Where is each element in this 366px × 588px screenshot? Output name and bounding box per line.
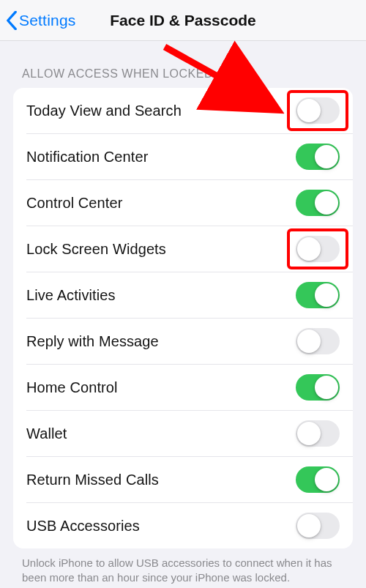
row-reply-with-message: Reply with Message bbox=[26, 318, 353, 364]
row-home-control: Home Control bbox=[26, 364, 353, 410]
row-live-activities: Live Activities bbox=[26, 272, 353, 318]
toggle-lock-screen-widgets[interactable] bbox=[296, 236, 340, 262]
row-label: USB Accessories bbox=[26, 518, 140, 535]
row-usb-accessories: USB Accessories bbox=[26, 502, 353, 548]
row-wallet: Wallet bbox=[26, 410, 353, 456]
toggle-home-control[interactable] bbox=[296, 374, 340, 401]
back-label: Settings bbox=[19, 12, 75, 29]
row-control-center: Control Center bbox=[26, 179, 353, 226]
toggle-reply-with-message[interactable] bbox=[296, 328, 340, 354]
chevron-left-icon bbox=[6, 11, 18, 30]
toggle-live-activities[interactable] bbox=[296, 282, 340, 308]
toggle-usb-accessories[interactable] bbox=[296, 513, 340, 539]
toggle-knob bbox=[315, 376, 338, 399]
row-notification-center: Notification Center bbox=[26, 133, 353, 179]
row-label: Live Activities bbox=[26, 287, 116, 304]
row-label: Control Center bbox=[26, 195, 122, 212]
row-label: Notification Center bbox=[26, 149, 148, 165]
toggle-return-missed-calls[interactable] bbox=[296, 466, 340, 493]
toggle-control-center[interactable] bbox=[296, 190, 340, 216]
toggle-knob bbox=[297, 237, 321, 261]
row-label: Wallet bbox=[26, 425, 67, 442]
toggle-knob bbox=[315, 283, 338, 307]
toggle-knob bbox=[297, 99, 321, 122]
toggle-knob bbox=[315, 468, 338, 491]
row-return-missed-calls: Return Missed Calls bbox=[26, 456, 353, 502]
row-today-view-and-search: Today View and Search bbox=[13, 88, 353, 133]
toggle-knob bbox=[315, 145, 338, 168]
settings-group: Today View and SearchNotification Center… bbox=[13, 88, 353, 548]
nav-bar: Settings Face ID & Passcode bbox=[0, 0, 366, 41]
section-header: ALLOW ACCESS WHEN LOCKED: bbox=[0, 41, 366, 88]
row-label: Home Control bbox=[26, 379, 118, 396]
toggle-today-view-and-search[interactable] bbox=[296, 97, 340, 124]
row-label: Today View and Search bbox=[26, 103, 182, 119]
toggle-knob bbox=[297, 330, 321, 353]
toggle-knob bbox=[297, 514, 321, 537]
row-label: Lock Screen Widgets bbox=[26, 241, 166, 258]
toggle-wallet[interactable] bbox=[296, 420, 340, 447]
back-button[interactable]: Settings bbox=[6, 0, 75, 40]
toggle-notification-center[interactable] bbox=[296, 144, 340, 170]
row-label: Return Missed Calls bbox=[26, 472, 159, 488]
toggle-knob bbox=[297, 422, 321, 445]
row-lock-screen-widgets: Lock Screen Widgets bbox=[26, 226, 353, 272]
row-label: Reply with Message bbox=[26, 333, 159, 350]
toggle-knob bbox=[315, 191, 338, 215]
section-footer: Unlock iPhone to allow USB accessories t… bbox=[0, 548, 366, 586]
